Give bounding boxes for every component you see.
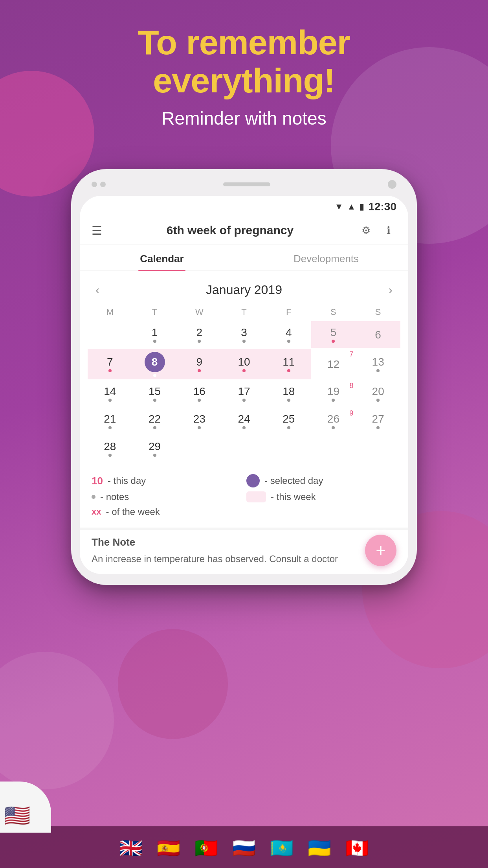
calendar-dot xyxy=(153,399,156,402)
calendar-cell[interactable]: 29 xyxy=(132,435,177,462)
calendar-cell[interactable]: 10 xyxy=(222,349,266,379)
calendar-dot xyxy=(108,454,112,457)
status-icons: ▼ ▲ ▮ 12:30 xyxy=(335,200,396,213)
calendar-cell[interactable]: 28 xyxy=(88,435,132,462)
legend-week-of: xx - of the week xyxy=(92,506,396,517)
calendar-cell[interactable]: 25 xyxy=(266,408,311,434)
settings-icon[interactable]: ⚙ xyxy=(358,223,374,238)
calendar-cell[interactable]: 7 xyxy=(88,349,132,379)
calendar-dot xyxy=(376,426,380,429)
flag-icon[interactable]: 🇺🇦 xyxy=(308,837,331,859)
calendar-cell[interactable] xyxy=(356,435,400,462)
calendar-dot xyxy=(332,340,335,343)
calendar-cell[interactable]: 1 xyxy=(132,321,177,348)
legend-notes-label: - notes xyxy=(100,491,129,502)
calendar-cell[interactable]: 6 xyxy=(356,321,400,348)
tab-developments-label: Developments xyxy=(294,253,359,265)
calendar-dot xyxy=(376,399,380,402)
calendar-cell[interactable]: 269 xyxy=(311,408,356,434)
calendar-cell[interactable]: 127 xyxy=(311,349,356,379)
flag-icon[interactable]: 🇵🇹 xyxy=(194,837,218,859)
calendar-dot xyxy=(198,369,201,372)
calendar-cell[interactable]: 2 xyxy=(177,321,222,348)
bg-decor-circle-4 xyxy=(118,629,228,739)
calendar-cell[interactable]: 15 xyxy=(132,380,177,407)
calendar-dot xyxy=(287,426,290,429)
calendar-dot xyxy=(198,426,201,429)
tab-calendar-label: Calendar xyxy=(140,253,183,265)
legend-dot xyxy=(92,495,95,499)
calendar-cell[interactable] xyxy=(311,435,356,462)
hero-section: To remember everything! Reminder with no… xyxy=(0,24,488,129)
hero-title-line2: everything! xyxy=(153,61,335,100)
calendar-day-number: 8 xyxy=(145,352,165,372)
prev-month-button[interactable]: ‹ xyxy=(92,281,104,299)
calendar-cell[interactable]: 8 xyxy=(132,349,177,379)
bg-decor-circle-5 xyxy=(0,652,114,789)
calendar-cell[interactable] xyxy=(266,435,311,462)
calendar-week-number: 9 xyxy=(349,409,353,417)
legend-selected-circle xyxy=(246,474,260,487)
calendar-cell[interactable] xyxy=(88,321,132,348)
calendar-cell[interactable]: 16 xyxy=(177,380,222,407)
calendar-dot xyxy=(108,399,112,402)
tab-developments[interactable]: Developments xyxy=(244,245,408,270)
flag-icon[interactable]: 🇬🇧 xyxy=(119,837,143,859)
calendar-day-number: 3 xyxy=(241,327,247,338)
calendar-cell[interactable]: 27 xyxy=(356,408,400,434)
flag-bar: 🇬🇧🇪🇸🇵🇹🇷🇺🇰🇿🇺🇦🇨🇦 xyxy=(0,826,488,868)
calendar-day-number: 1 xyxy=(152,327,158,338)
hero-title-line1: To remember xyxy=(138,23,350,62)
usa-flag: 🇺🇸 xyxy=(4,803,30,828)
menu-icon[interactable]: ☰ xyxy=(92,224,102,237)
calendar-cell[interactable]: 17 xyxy=(222,380,266,407)
calendar-cell[interactable]: 5 xyxy=(311,321,356,348)
calendar-dot xyxy=(108,426,112,429)
legend-this-week: - this week xyxy=(246,491,396,502)
calendar-section: ‹ January 2019 › M T W T F S S 123456789… xyxy=(80,271,408,466)
calendar-cell[interactable]: 3 xyxy=(222,321,266,348)
flag-icon[interactable]: 🇨🇦 xyxy=(345,837,369,859)
calendar-day-number: 15 xyxy=(149,386,161,397)
calendar-cell[interactable]: 14 xyxy=(88,380,132,407)
legend-day-num: 10 xyxy=(92,475,103,487)
notes-text: An increase in temperature has observed.… xyxy=(92,552,396,566)
calendar-cell[interactable]: 24 xyxy=(222,408,266,434)
calendar-cell[interactable]: 11 xyxy=(266,349,311,379)
day-header-thu: T xyxy=(222,305,266,320)
calendar-cell[interactable]: 13 xyxy=(356,349,400,379)
calendar-day-number: 19 xyxy=(327,386,339,397)
calendar-cell[interactable]: 21 xyxy=(88,408,132,434)
calendar-cell[interactable] xyxy=(222,435,266,462)
next-month-button[interactable]: › xyxy=(384,281,396,299)
calendar-nav: ‹ January 2019 › xyxy=(88,275,400,305)
fab-add-button[interactable]: + xyxy=(365,535,396,566)
calendar-week-number: 7 xyxy=(349,350,353,359)
app-title: 6th week of pregnancy xyxy=(110,224,350,237)
calendar-cell[interactable]: 4 xyxy=(266,321,311,348)
calendar-day-number: 17 xyxy=(238,386,250,397)
calendar-cell[interactable] xyxy=(177,435,222,462)
calendar-dot xyxy=(332,426,335,429)
legend-row-2: - notes - this week xyxy=(92,491,396,502)
flag-icon[interactable]: 🇷🇺 xyxy=(232,837,256,859)
legend-this-week-label: - this week xyxy=(271,491,316,502)
wifi-icon: ▼ xyxy=(335,202,343,212)
calendar-cell[interactable]: 9 xyxy=(177,349,222,379)
calendar-cell[interactable]: 23 xyxy=(177,408,222,434)
hero-title: To remember everything! xyxy=(0,24,488,100)
calendar-day-headers: M T W T F S S xyxy=(88,305,400,320)
calendar-dot xyxy=(242,340,246,343)
info-icon[interactable]: ℹ xyxy=(381,223,396,238)
legend-selected-day-label: - selected day xyxy=(264,475,323,486)
calendar-dot xyxy=(242,426,246,429)
tab-calendar[interactable]: Calendar xyxy=(80,245,244,270)
flag-icon[interactable]: 🇰🇿 xyxy=(270,837,294,859)
calendar-cell[interactable]: 22 xyxy=(132,408,177,434)
calendar-day-number: 27 xyxy=(372,414,384,425)
calendar-day-number: 7 xyxy=(107,357,113,368)
calendar-cell[interactable]: 18 xyxy=(266,380,311,407)
calendar-cell[interactable]: 20 xyxy=(356,380,400,407)
flag-icon[interactable]: 🇪🇸 xyxy=(157,837,180,859)
calendar-cell[interactable]: 198 xyxy=(311,380,356,407)
